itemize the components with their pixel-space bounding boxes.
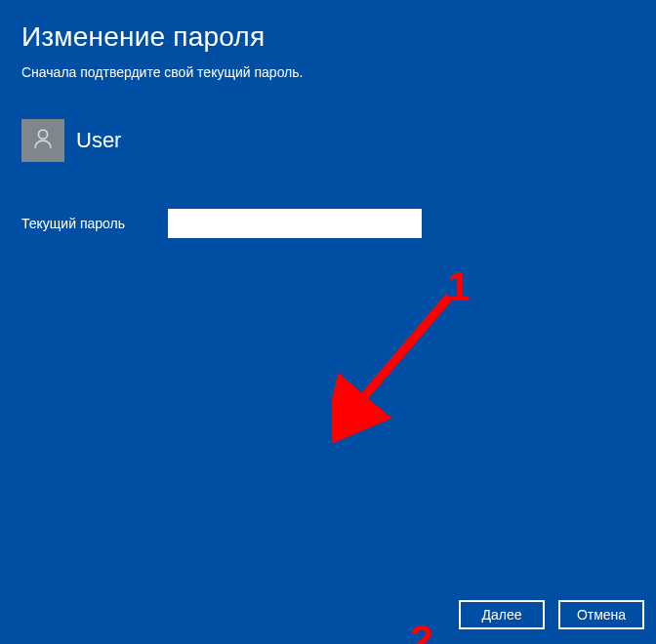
user-info-row: User xyxy=(21,119,636,162)
annotation-number-1: 1 xyxy=(447,263,470,310)
current-password-label: Текущий пароль xyxy=(21,216,141,231)
next-button[interactable]: Далее xyxy=(459,600,545,629)
avatar xyxy=(21,119,64,162)
action-button-row: Далее Отмена xyxy=(459,600,644,629)
annotation-number-2: 2 xyxy=(410,617,432,644)
current-password-input[interactable] xyxy=(168,209,422,238)
current-password-row: Текущий пароль xyxy=(21,209,636,238)
username-label: User xyxy=(76,128,121,153)
svg-line-2 xyxy=(353,297,449,409)
svg-point-0 xyxy=(38,130,47,139)
page-subtitle: Сначала подтвердите свой текущий пароль. xyxy=(21,64,636,80)
page-title: Изменение пароля xyxy=(21,21,636,53)
arrow-1-icon xyxy=(332,277,488,443)
person-icon xyxy=(30,126,56,155)
cancel-button[interactable]: Отмена xyxy=(558,600,644,629)
